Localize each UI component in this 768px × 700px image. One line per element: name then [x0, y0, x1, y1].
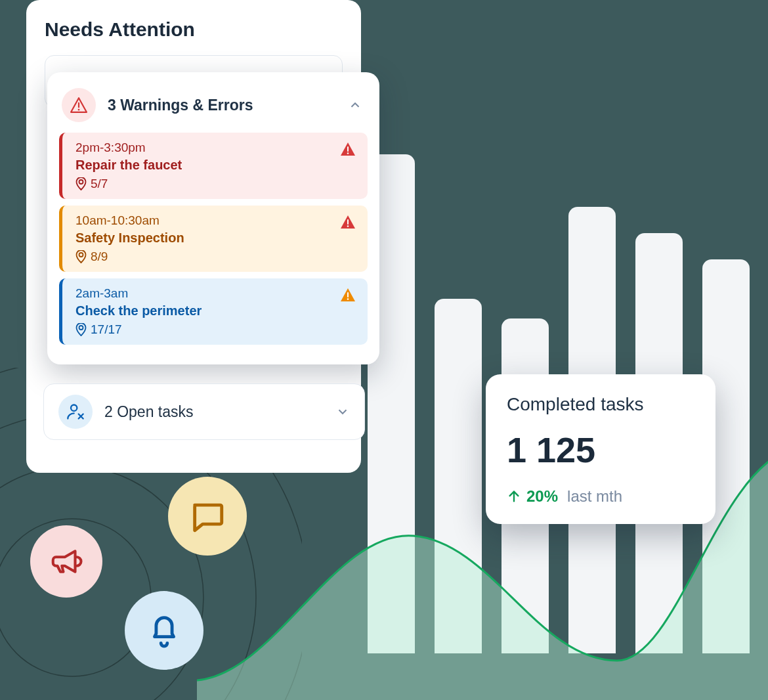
svg-point-12 [71, 405, 77, 411]
svg-point-7 [347, 152, 349, 154]
trend-row: 20% last mth [507, 487, 697, 506]
svg-point-11 [347, 298, 349, 300]
user-x-icon [58, 395, 93, 429]
completed-value: 1 125 [507, 429, 697, 470]
warning-icon [62, 88, 96, 122]
chat-icon [188, 497, 226, 535]
task-item[interactable]: 10am-10:30am Safety Inspection 8/9 [59, 206, 368, 272]
task-title: Repair the faucet [75, 158, 331, 173]
megaphone-bubble [30, 525, 102, 598]
chevron-down-icon[interactable] [335, 405, 350, 419]
alert-icon [340, 142, 356, 156]
bell-bubble [125, 591, 203, 670]
trend-period: last mth [567, 487, 622, 506]
warnings-title: 3 Warnings & Errors [108, 97, 336, 114]
alert-icon [340, 215, 356, 229]
bell-icon [145, 611, 183, 649]
task-item[interactable]: 2am-3am Check the perimeter 17/17 [59, 278, 368, 345]
task-location: 8/9 [75, 250, 331, 264]
task-location: 5/7 [75, 177, 331, 191]
svg-point-9 [347, 225, 349, 227]
chart-bar [435, 299, 482, 653]
alert-icon [340, 288, 356, 302]
task-title: Safety Inspection [75, 230, 331, 246]
chat-bubble [168, 477, 247, 556]
arrow-up-icon [507, 489, 521, 504]
open-tasks-label: 2 Open tasks [104, 403, 324, 421]
warnings-header[interactable]: 3 Warnings & Errors [59, 84, 368, 133]
panel-title: Needs Attention [45, 18, 343, 41]
task-time: 10am-10:30am [75, 213, 331, 228]
task-location: 17/17 [75, 322, 331, 337]
chevron-up-icon[interactable] [348, 98, 362, 112]
svg-point-5 [78, 109, 80, 111]
warnings-card: 3 Warnings & Errors 2pm-3:30pm Repair th… [47, 72, 379, 364]
trend-up: 20% [507, 487, 558, 506]
completed-tasks-card: Completed tasks 1 125 20% last mth [486, 374, 715, 524]
task-time: 2am-3am [75, 286, 331, 301]
task-title: Check the perimeter [75, 303, 331, 318]
task-item[interactable]: 2pm-3:30pm Repair the faucet 5/7 [59, 133, 368, 199]
task-time: 2pm-3:30pm [75, 141, 331, 155]
megaphone-icon [49, 544, 84, 579]
open-tasks-row[interactable]: 2 Open tasks [43, 383, 365, 440]
completed-title: Completed tasks [507, 394, 697, 415]
